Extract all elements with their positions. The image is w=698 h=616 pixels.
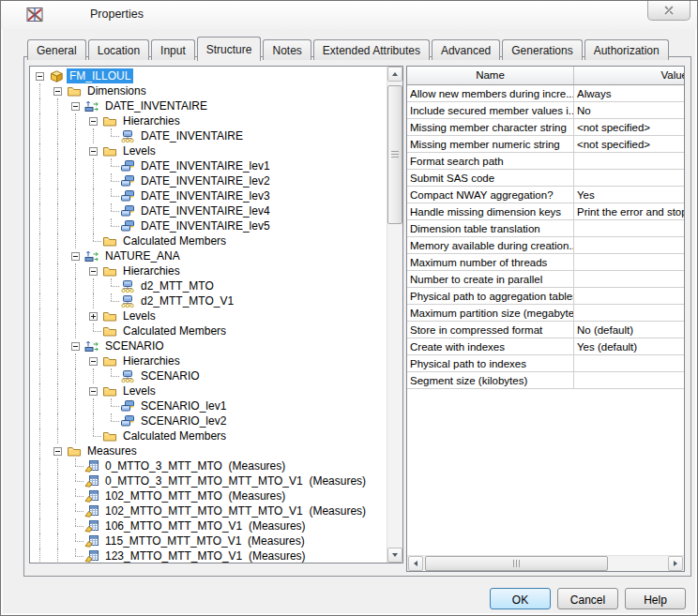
tree-item-label: SCENARIO — [102, 338, 167, 353]
minus-icon — [89, 387, 98, 396]
property-row[interactable]: Allow new members during incre...Always — [407, 85, 684, 102]
tree-guide-line — [84, 398, 102, 413]
column-header-name[interactable]: Name — [407, 67, 574, 84]
tree-item[interactable]: 102_MTTO_MTT_MTO_MTT_MTO_V1 (Measures) — [31, 503, 387, 518]
tree-item[interactable]: d2_MTT_MTO — [31, 278, 387, 293]
property-row[interactable]: Submit SAS code — [407, 170, 684, 187]
title-bar[interactable]: Properties — [1, 1, 697, 29]
property-row[interactable]: Maximum partition size (megabytes) — [407, 305, 684, 322]
tab-input[interactable]: Input — [151, 39, 195, 60]
scroll-down-button[interactable] — [387, 548, 402, 563]
tree-item[interactable]: DATE_INVENTAIRE — [31, 98, 387, 113]
tree-item[interactable]: 123_MTTO_MTT_MTO_V1 (Measures) — [31, 548, 387, 563]
tree-item[interactable]: SCENARIO — [31, 368, 387, 383]
tree-item[interactable]: 102_MTTO_MTT_MTO (Measures) — [31, 488, 387, 503]
property-row[interactable]: Handle missing dimension keysPrint the e… — [407, 203, 684, 220]
collapse-toggle[interactable] — [84, 383, 102, 398]
collapse-toggle[interactable] — [84, 113, 102, 128]
property-row[interactable]: Number to create in parallel — [407, 271, 684, 288]
property-row[interactable]: Segment size (kilobytes) — [407, 372, 684, 389]
collapse-toggle[interactable] — [84, 353, 102, 368]
tab-notes[interactable]: Notes — [263, 39, 311, 60]
property-row[interactable]: Create with indexesYes (default) — [407, 338, 684, 355]
property-row[interactable]: Physical path to indexes — [407, 355, 684, 372]
tree-item[interactable]: Levels — [31, 383, 387, 398]
tree-item[interactable]: Calculated Members — [31, 428, 387, 443]
horizontal-scroll-thumb[interactable] — [425, 556, 608, 571]
scroll-left-button[interactable] — [408, 556, 423, 571]
tree-item-label: FM_ILLOUL — [67, 68, 133, 83]
collapse-toggle[interactable] — [67, 248, 84, 263]
tree-vertical-scrollbar[interactable] — [387, 67, 402, 563]
tree-item[interactable]: DATE_INVENTAIRE — [31, 128, 387, 143]
tree-item[interactable]: Calculated Members — [31, 323, 387, 338]
tree-item[interactable]: SCENARIO — [31, 338, 387, 353]
tree-item[interactable]: NATURE_ANA — [31, 248, 387, 263]
property-row[interactable]: Missing member numeric string<not specif… — [407, 136, 684, 153]
tree-item[interactable]: Calculated Members — [31, 233, 387, 248]
scroll-up-button[interactable] — [387, 67, 402, 82]
tree-item[interactable]: DATE_INVENTAIRE_lev5 — [31, 218, 387, 233]
property-row[interactable]: Compact NWAY aggregation?Yes — [407, 187, 684, 203]
vertical-scroll-thumb[interactable] — [387, 85, 402, 224]
tree-item[interactable]: Levels — [31, 308, 387, 323]
tree-guide-line — [67, 278, 84, 293]
collapse-toggle[interactable] — [49, 83, 67, 98]
tree-item[interactable]: DATE_INVENTAIRE_lev1 — [31, 158, 387, 173]
window-title: Properties — [90, 8, 144, 21]
collapse-toggle[interactable] — [67, 98, 84, 113]
property-row[interactable]: Dimension table translation — [407, 220, 684, 237]
tree-item[interactable]: DATE_INVENTAIRE_lev2 — [31, 173, 387, 188]
expand-toggle[interactable] — [84, 308, 102, 323]
help-button[interactable]: Help — [625, 588, 686, 609]
tree-item[interactable]: Measures — [31, 443, 387, 458]
cancel-button[interactable]: Cancel — [557, 588, 618, 609]
tab-authorization[interactable]: Authorization — [584, 39, 669, 60]
tree-connector — [67, 488, 84, 503]
tree-item[interactable]: 0_MTTO_3_MTT_MTO (Measures) — [31, 458, 387, 473]
tree-item[interactable]: 0_MTTO_3_MTT_MTO_MTT_MTO_V1 (Measures) — [31, 473, 387, 488]
tab-general[interactable]: General — [27, 39, 86, 60]
tab-generations[interactable]: Generations — [502, 39, 582, 60]
tab-structure[interactable]: Structure — [197, 37, 262, 61]
property-row[interactable]: Format search path — [407, 153, 684, 170]
collapse-toggle[interactable] — [31, 68, 49, 83]
tree-item[interactable]: DATE_INVENTAIRE_lev4 — [31, 203, 387, 218]
property-value — [574, 170, 684, 186]
property-row[interactable]: Missing member character string<not spec… — [407, 119, 684, 136]
tree-item[interactable]: Levels — [31, 143, 387, 158]
tab-advanced[interactable]: Advanced — [432, 39, 500, 60]
tree-item[interactable]: 115_MTTO_MTT_MTO_V1 (Measures) — [31, 533, 387, 548]
tree-item[interactable]: d2_MTT_MTO_V1 — [31, 293, 387, 308]
tree-item[interactable]: SCENARIO_lev1 — [31, 398, 387, 413]
collapse-toggle[interactable] — [49, 443, 67, 458]
tree-item[interactable]: FM_ILLOUL — [31, 68, 387, 83]
column-header-value[interactable]: Value — [574, 67, 684, 84]
tree-guide-line — [49, 143, 67, 158]
tab-extended-attributes[interactable]: Extended Attributes — [313, 39, 430, 60]
tree-item[interactable]: Hierarchies — [31, 353, 387, 368]
collapse-toggle[interactable] — [67, 338, 84, 353]
collapse-toggle[interactable] — [84, 263, 102, 278]
property-row[interactable]: Memory available during creation... — [407, 237, 684, 254]
tree-item[interactable]: Hierarchies — [31, 113, 387, 128]
property-row[interactable]: Store in compressed formatNo (default) — [407, 322, 684, 338]
property-row[interactable]: Include secured member values i...No — [407, 102, 684, 119]
tab-location[interactable]: Location — [88, 39, 149, 60]
property-row[interactable]: Physical path to aggregation tables — [407, 288, 684, 305]
tree-item[interactable]: Hierarchies — [31, 263, 387, 278]
tree-item[interactable]: DATE_INVENTAIRE_lev3 — [31, 188, 387, 203]
tree-item[interactable]: Dimensions — [31, 83, 387, 98]
tree-guide-line — [67, 113, 84, 128]
property-value: <not specified> — [574, 136, 684, 152]
tree-item[interactable]: SCENARIO_lev2 — [31, 413, 387, 428]
tree-item-label: Measures — [84, 443, 140, 458]
grid-horizontal-scrollbar[interactable] — [407, 555, 684, 571]
close-button[interactable] — [647, 1, 690, 21]
tree-guide-line — [67, 128, 84, 143]
scroll-right-button[interactable] — [668, 556, 683, 571]
tree-item[interactable]: 106_MTTO_MTT_MTO_V1 (Measures) — [31, 518, 387, 533]
property-row[interactable]: Maximum number of threads — [407, 254, 684, 271]
collapse-toggle[interactable] — [84, 143, 102, 158]
ok-button[interactable]: OK — [490, 588, 551, 609]
